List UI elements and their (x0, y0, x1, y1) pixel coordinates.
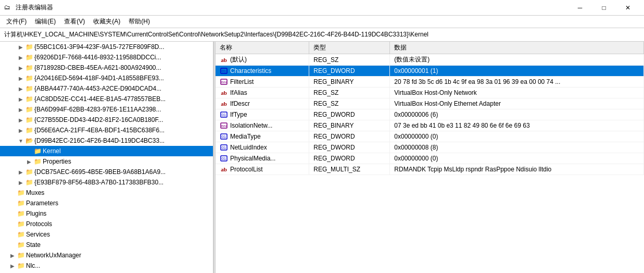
tree-item-label: {BA6D994F-62BB-4283-97E6-1E11AA2398... (34, 106, 161, 113)
reg-type-cell: REG_SZ (309, 98, 390, 109)
tree-item[interactable]: 📁Muxes (0, 188, 213, 198)
table-row[interactable]: abIfAliasREG_SZVirtualBox Host-Only Netw… (216, 88, 644, 98)
reg-data-cell: VirtualBox Host-Only Ethernet Adapter (390, 98, 644, 109)
tree-expand-icon[interactable]: ▶ (17, 84, 25, 93)
tree-item[interactable]: 📁Parameters (0, 198, 213, 208)
tree-item[interactable]: ▶📁{DCB75AEC-6695-4B5E-9BEB-9A68B1A6A9... (0, 167, 213, 177)
tree-item-label: State (26, 241, 41, 249)
svg-text:01: 01 (222, 113, 226, 117)
reg-name-cell: 01PhysicalMedia... (216, 153, 309, 164)
table-row[interactable]: 01NetLuidIndexREG_DWORD0x00000008 (8) (216, 142, 644, 153)
table-row[interactable]: abIfDescrREG_SZVirtualBox Host-Only Ethe… (216, 98, 644, 109)
reg-type-icon: 01 (220, 132, 228, 141)
reg-name-text: IsolationNetw... (230, 122, 272, 129)
reg-name-text: Characteristics (230, 67, 271, 75)
reg-data-cell: (数值未设置) (390, 54, 644, 66)
svg-text:01: 01 (222, 69, 226, 73)
table-row[interactable]: 01MediaTypeREG_DWORD0x00000000 (0) (216, 131, 644, 142)
tree-item[interactable]: ▼📂{D99B42EC-216C-4F26-B44D-119DC4BC33... (0, 135, 213, 146)
table-row[interactable]: BINIsolationNetw...REG_BINARY07 3e ed bb… (216, 120, 644, 131)
menu-item[interactable]: 收藏夹(A) (89, 16, 124, 27)
reg-data-cell: 0x00000008 (8) (390, 142, 644, 153)
tree-expand-icon[interactable] (8, 230, 17, 239)
tree-expand-icon[interactable]: ▶ (17, 126, 25, 134)
tree-expand-icon[interactable] (8, 189, 17, 197)
reg-name-text: MediaType (230, 133, 261, 140)
tree-expand-icon[interactable]: ▼ (17, 136, 25, 145)
tree-expand-icon[interactable]: ▶ (17, 43, 25, 51)
tree-expand-icon[interactable] (8, 199, 17, 207)
tree-item-label: {ABBA4477-740A-4453-A2CE-D904DCAD4... (34, 85, 161, 92)
menu-item[interactable]: 查看(V) (60, 16, 89, 27)
tree-item[interactable]: ▶📁{E93BF879-8F56-48B3-A7B0-117383BFB30..… (0, 177, 213, 188)
tree-expand-icon[interactable] (8, 220, 17, 228)
tree-item[interactable]: 📁Kernel (0, 146, 213, 156)
tree-expand-icon[interactable] (25, 147, 33, 155)
reg-name-cell: BINFilterList (216, 77, 309, 88)
tree-expand-icon[interactable]: ▶ (17, 116, 25, 124)
reg-name-cell: BINIsolationNetw... (216, 120, 309, 131)
reg-type-icon: BIN (220, 121, 228, 130)
tree-item[interactable]: ▶📁{AC8DD52E-CC41-44EE-B1A5-4778557BEB... (0, 94, 213, 104)
menu-item[interactable]: 编辑(E) (31, 16, 60, 27)
tree-item[interactable]: ▶📁{BA6D994F-62BB-4283-97E6-1E11AA2398... (0, 104, 213, 115)
tree-item[interactable]: 📁Services (0, 229, 213, 240)
tree-item[interactable]: 📁State (0, 240, 213, 250)
tree-expand-icon[interactable]: ▶ (17, 105, 25, 114)
tree-item[interactable]: ▶📁{69206D1F-7668-4416-8932-119588DDCCi..… (0, 52, 213, 63)
tree-item[interactable]: 📁Plugins (0, 208, 213, 219)
tree-item[interactable]: ▶📁Nlc... (0, 260, 213, 271)
tree-expand-icon[interactable]: ▶ (25, 157, 33, 166)
tree-item-label: Protocols (26, 220, 52, 228)
column-header[interactable]: 类型 (309, 42, 390, 54)
tree-expand-icon[interactable]: ▶ (17, 168, 25, 176)
maximize-button[interactable]: □ (592, 0, 616, 16)
tree-item-label: {DCB75AEC-6695-4B5E-9BEB-9A68B1A6A9... (34, 168, 166, 176)
tree-item[interactable]: ▶📁Properties (0, 156, 213, 167)
table-row[interactable]: 01IfTypeREG_DWORD0x00000006 (6) (216, 109, 644, 120)
tree-item[interactable]: ▶📁{A20416ED-5694-418F-94D1-A18558BFE93..… (0, 73, 213, 83)
tree-expand-icon[interactable]: ▶ (8, 251, 17, 259)
tree-expand-icon[interactable]: ▶ (8, 262, 17, 270)
reg-type-cell: REG_DWORD (309, 109, 390, 120)
tree-item[interactable]: ▶📁NetworkUxManager (0, 250, 213, 260)
tree-item[interactable]: 📁Protocols (0, 219, 213, 229)
table-row[interactable]: 01CharacteristicsREG_DWORD0x00000001 (1) (216, 66, 644, 77)
folder-icon: 📁 (17, 189, 25, 197)
tree-item-label: Services (26, 231, 50, 238)
folder-icon: 📁 (25, 126, 33, 134)
tree-item[interactable]: ▶📁{8718928D-CBEB-45EA-A621-800A924900... (0, 63, 213, 73)
menu-item[interactable]: 文件(F) (2, 16, 31, 27)
folder-icon: 📁 (17, 230, 25, 239)
tree-expand-icon[interactable] (8, 241, 17, 249)
tree-expand-icon[interactable]: ▶ (17, 64, 25, 72)
reg-type-icon: ab (220, 100, 228, 108)
reg-type-icon: BIN (220, 78, 228, 86)
tree-item[interactable]: ▶📁{C27B55DE-DD43-44D2-81F2-16CA0B180F... (0, 115, 213, 125)
reg-type-icon: ab (220, 56, 228, 64)
folder-icon: 📁 (17, 220, 25, 228)
tree-expand-icon[interactable]: ▶ (17, 53, 25, 61)
tree-item-label: Nlc... (26, 262, 40, 269)
column-header[interactable]: 名称 (216, 42, 309, 54)
menu-item[interactable]: 帮助(H) (124, 16, 154, 27)
close-button[interactable]: ✕ (616, 0, 640, 16)
table-row[interactable]: 01PhysicalMedia...REG_DWORD0x00000000 (0… (216, 153, 644, 164)
title-bar-text: 注册表编辑器 (16, 3, 568, 12)
folder-icon: 📁 (17, 262, 25, 270)
table-row[interactable]: ab(默认)REG_SZ(数值未设置) (216, 54, 644, 66)
minimize-button[interactable]: ─ (568, 0, 592, 16)
reg-type-cell: REG_DWORD (309, 131, 390, 142)
tree-expand-icon[interactable]: ▶ (17, 74, 25, 82)
folder-icon: 📁 (17, 199, 25, 207)
table-row[interactable]: abProtocolListREG_MULTI_SZRDMANDK Tcpip … (216, 164, 644, 175)
reg-data-cell: 0x00000000 (0) (390, 131, 644, 142)
table-row[interactable]: BINFilterListREG_BINARY20 78 fd 3b 5c d6… (216, 77, 644, 88)
tree-item[interactable]: ▶📁{ABBA4477-740A-4453-A2CE-D904DCAD4... (0, 83, 213, 94)
tree-expand-icon[interactable]: ▶ (17, 178, 25, 187)
tree-item[interactable]: ▶📁{D56E6ACA-21FF-4E8A-BDF1-415BC638F6... (0, 125, 213, 135)
column-header[interactable]: 数据 (390, 42, 644, 54)
tree-expand-icon[interactable]: ▶ (17, 95, 25, 103)
tree-expand-icon[interactable] (8, 209, 17, 218)
tree-item[interactable]: ▶📁{55BC1C61-3F94-423F-9A15-727EF809F8D..… (0, 42, 213, 52)
